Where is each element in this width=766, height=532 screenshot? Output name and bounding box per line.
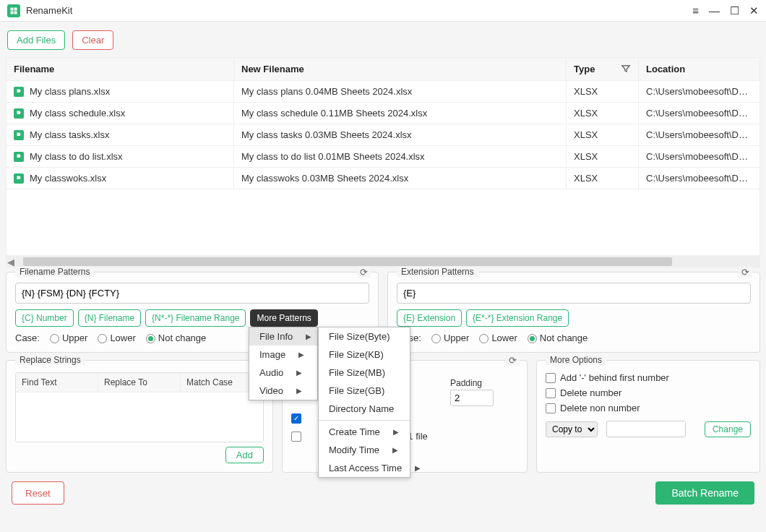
hscrollbar[interactable]: ◀ bbox=[6, 256, 760, 267]
padding-label: Padding bbox=[450, 378, 518, 388]
svg-rect-2 bbox=[11, 11, 14, 14]
col-new-filename[interactable]: New Filename bbox=[234, 58, 567, 81]
refresh-icon[interactable]: ⟳ bbox=[506, 355, 520, 366]
cell-new-filename: My class plans 0.04MB Sheets 2024.xlsx bbox=[234, 81, 567, 103]
menu-icon[interactable]: ≡ bbox=[692, 5, 699, 16]
menu-create-time[interactable]: Create Time▶ bbox=[319, 423, 410, 441]
more-patterns-menu: File Info▶ Image▶ Audio▶ Video▶ bbox=[249, 327, 318, 400]
copy-to-path-input[interactable] bbox=[606, 421, 686, 437]
more-options-panel: More Options Add '-' behind first number… bbox=[536, 360, 760, 473]
case-not-change[interactable]: Not change bbox=[146, 332, 207, 343]
col-type-label: Type bbox=[574, 64, 595, 74]
table-row[interactable]: My class to do list.xlsxMy class to do l… bbox=[7, 146, 760, 168]
xlsx-icon bbox=[14, 130, 24, 140]
menu-file-size-gb[interactable]: File Size(GB) bbox=[319, 382, 410, 400]
opt-delete-non-number-label: Delete non number bbox=[560, 403, 640, 413]
cell-type: XLSX bbox=[567, 81, 639, 103]
table-row[interactable]: My classwoks.xlsxMy classwoks 0.03MB She… bbox=[7, 168, 760, 189]
chip-c-number[interactable]: {C} Number bbox=[15, 309, 74, 327]
app-title: RenameKit bbox=[26, 5, 72, 16]
col-type[interactable]: Type bbox=[567, 58, 639, 81]
add-files-button[interactable]: Add Files bbox=[7, 30, 65, 50]
menu-file-info[interactable]: File Info▶ bbox=[249, 327, 317, 346]
checkbox-on[interactable] bbox=[291, 413, 301, 424]
cell-type: XLSX bbox=[567, 168, 639, 189]
panel-title: Filename Patterns bbox=[15, 267, 94, 277]
chip-n-filename[interactable]: {N} Filename bbox=[78, 309, 141, 327]
col-filename[interactable]: Filename bbox=[7, 58, 234, 81]
xlsx-icon bbox=[14, 87, 24, 97]
xlsx-icon bbox=[14, 173, 24, 184]
xlsx-icon bbox=[14, 152, 24, 162]
extension-pattern-input[interactable] bbox=[397, 283, 751, 304]
maximize-icon[interactable]: ☐ bbox=[730, 5, 739, 16]
cell-location: C:\Users\mobeesoft\Desktop\ bbox=[639, 124, 760, 146]
ext-case-not-change[interactable]: Not change bbox=[528, 332, 588, 343]
more-patterns-button[interactable]: More Patterns bbox=[250, 309, 317, 327]
reset-button[interactable]: Reset bbox=[12, 481, 64, 505]
extension-patterns-panel: Extension Patterns ⟳ {E} Extension {E*-*… bbox=[387, 272, 760, 353]
cell-new-filename: My class schedule 0.11MB Sheets 2024.xls… bbox=[234, 103, 567, 124]
refresh-icon[interactable]: ⟳ bbox=[357, 267, 371, 278]
case-label: Case: bbox=[15, 332, 40, 343]
cell-new-filename: My classwoks 0.03MB Sheets 2024.xlsx bbox=[234, 168, 567, 189]
padding-input[interactable] bbox=[450, 390, 494, 406]
menu-directory-name[interactable]: Directory Name bbox=[319, 400, 410, 418]
cell-location: C:\Users\mobeesoft\Desktop\ bbox=[639, 103, 760, 124]
refresh-icon[interactable]: ⟳ bbox=[739, 267, 752, 278]
batch-rename-button[interactable]: Batch Rename bbox=[655, 481, 754, 505]
clear-button[interactable]: Clear bbox=[72, 30, 113, 50]
col-find-text: Find Text bbox=[16, 373, 98, 392]
filter-icon[interactable] bbox=[621, 64, 631, 74]
cell-filename: My class plans.xlsx bbox=[30, 86, 110, 97]
file-info-submenu: File Size(Byte) File Size(KB) File Size(… bbox=[318, 327, 410, 478]
minimize-icon[interactable]: — bbox=[709, 5, 720, 16]
opt-add-dash-label: Add '-' behind first number bbox=[560, 372, 669, 383]
menu-audio[interactable]: Audio▶ bbox=[249, 364, 317, 382]
filename-pattern-input[interactable] bbox=[15, 283, 369, 304]
opt-delete-number-checkbox[interactable] bbox=[546, 388, 556, 398]
panel-title: Replace Strings bbox=[15, 355, 85, 365]
col-location[interactable]: Location bbox=[639, 58, 760, 81]
menu-file-size-byte[interactable]: File Size(Byte) bbox=[319, 327, 410, 346]
case-upper[interactable]: Upper bbox=[50, 332, 87, 343]
cell-new-filename: My class to do list 0.01MB Sheets 2024.x… bbox=[234, 146, 567, 168]
table-row[interactable]: My class plans.xlsxMy class plans 0.04MB… bbox=[7, 81, 760, 103]
file-table: Filename New Filename Type Location My c… bbox=[6, 57, 760, 189]
cell-new-filename: My class tasks 0.03MB Sheets 2024.xlsx bbox=[234, 124, 567, 146]
ext-case-lower[interactable]: Lower bbox=[479, 332, 517, 343]
panel-title: Extension Patterns bbox=[397, 267, 478, 277]
case-lower[interactable]: Lower bbox=[98, 332, 135, 343]
cell-location: C:\Users\mobeesoft\Desktop\ bbox=[639, 146, 760, 168]
cell-type: XLSX bbox=[567, 146, 639, 168]
menu-video[interactable]: Video▶ bbox=[249, 382, 317, 400]
panel-title: More Options bbox=[546, 355, 606, 365]
toolbar: Add Files Clear bbox=[0, 22, 766, 57]
menu-image[interactable]: Image▶ bbox=[249, 346, 317, 364]
copy-to-select[interactable]: Copy to bbox=[546, 421, 598, 437]
chip-e-extension[interactable]: {E} Extension bbox=[397, 309, 462, 327]
ext-case-upper[interactable]: Upper bbox=[431, 332, 469, 343]
titlebar: RenameKit ≡ — ☐ ✕ bbox=[0, 0, 766, 22]
table-row[interactable]: My class schedule.xlsxMy class schedule … bbox=[7, 103, 760, 124]
cell-filename: My class schedule.xlsx bbox=[30, 108, 125, 119]
menu-file-size-mb[interactable]: File Size(MB) bbox=[319, 364, 410, 382]
chip-filename-range[interactable]: {N*-*} Filename Range bbox=[145, 309, 246, 327]
svg-rect-0 bbox=[11, 7, 14, 10]
change-button[interactable]: Change bbox=[705, 421, 751, 437]
replace-list[interactable] bbox=[16, 392, 263, 442]
chip-extension-range[interactable]: {E*-*} Extension Range bbox=[466, 309, 569, 327]
opt-delete-non-number-checkbox[interactable] bbox=[546, 403, 556, 413]
menu-modify-time[interactable]: Modify Time▶ bbox=[319, 441, 410, 459]
menu-last-access-time[interactable]: Last Access Time▶ bbox=[319, 459, 410, 477]
table-row[interactable]: My class tasks.xlsxMy class tasks 0.03MB… bbox=[7, 124, 760, 146]
close-icon[interactable]: ✕ bbox=[749, 5, 759, 16]
menu-file-size-kb[interactable]: File Size(KB) bbox=[319, 346, 410, 364]
opt-add-dash-checkbox[interactable] bbox=[546, 373, 556, 383]
cell-type: XLSX bbox=[567, 124, 639, 146]
cell-filename: My class to do list.xlsx bbox=[30, 151, 123, 162]
add-replace-button[interactable]: Add bbox=[225, 447, 264, 463]
cell-filename: My class tasks.xlsx bbox=[30, 129, 110, 140]
cell-filename: My classwoks.xlsx bbox=[30, 173, 106, 184]
checkbox[interactable] bbox=[291, 432, 301, 442]
